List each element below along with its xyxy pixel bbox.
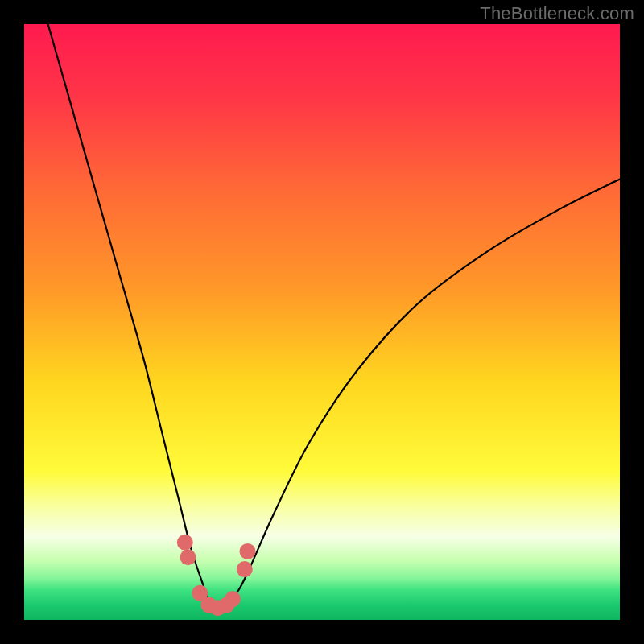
bead-point: [180, 549, 196, 565]
bead-point: [177, 535, 193, 551]
watermark-text: TheBottleneck.com: [480, 3, 634, 24]
outer-frame: TheBottleneck.com: [0, 0, 644, 644]
bead-markers: [24, 24, 620, 620]
bead-point: [240, 543, 256, 559]
plot-area: [24, 24, 620, 620]
bead-point: [237, 561, 253, 577]
bead-point: [225, 591, 241, 607]
